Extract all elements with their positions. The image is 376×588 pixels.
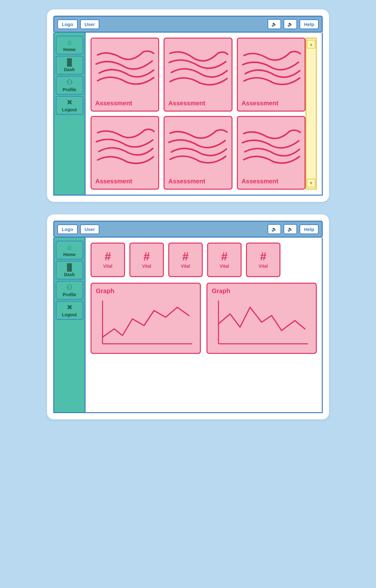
assessment-card-1[interactable]: Assessment — [91, 38, 159, 112]
sidebar2-label-logout: Logout — [62, 312, 77, 317]
vital-card-3[interactable]: # Vital — [168, 243, 203, 277]
vital-card-2[interactable]: # Vital — [129, 243, 164, 277]
scribble-6 — [241, 120, 301, 174]
vitals-row: # Vital # Vital # Vital # Vital # Vita — [91, 243, 317, 277]
sidebar-item-dash[interactable]: ▐▌ Dash — [56, 56, 83, 75]
sidebar-2: ⌂ Home ▐▌ Dash ⚇ Profile ✖ Logout — [54, 238, 86, 412]
vital-label-3: Vital — [181, 264, 190, 269]
main-content-1: Assessment Assessment — [86, 33, 322, 195]
main-content-2: # Vital # Vital # Vital # Vital # Vita — [86, 238, 322, 412]
help-button[interactable]: Help — [300, 19, 319, 29]
sidebar-label-logout: Logout — [62, 107, 77, 112]
vital-hash-2: # — [144, 251, 150, 262]
speaker2-button[interactable]: 🔉 — [284, 19, 297, 29]
user-button[interactable]: User — [80, 19, 99, 29]
vital-card-5[interactable]: # Vital — [246, 243, 280, 277]
sidebar-label-home: Home — [63, 47, 76, 52]
help-button-2[interactable]: Help — [300, 224, 319, 234]
vital-card-4[interactable]: # Vital — [207, 243, 242, 277]
home-icon: ⌂ — [67, 39, 71, 46]
assessment-label-5: Assessment — [168, 178, 205, 185]
scribble-1 — [95, 42, 155, 96]
scribble-3 — [241, 42, 301, 96]
graph-card-2[interactable]: Graph — [206, 283, 317, 354]
assessment-label-4: Assessment — [95, 178, 132, 185]
vital-hash-1: # — [105, 251, 111, 262]
speaker2-button-2[interactable]: 🔉 — [284, 224, 297, 234]
scribble-5 — [168, 120, 228, 174]
assessment-card-6[interactable]: Assessment — [237, 116, 306, 190]
scroll-down-button[interactable]: ▼ — [307, 179, 316, 187]
profile-icon-2: ⚇ — [66, 284, 73, 291]
sidebar-label-profile: Profile — [63, 87, 76, 92]
assessment-label-2: Assessment — [168, 100, 205, 107]
sidebar-item-profile[interactable]: ⚇ Profile — [56, 76, 83, 95]
user-button-2[interactable]: User — [80, 224, 99, 234]
screen1-card: Logo User 🔈 🔉 Help ⌂ Home ▐▌ Dash ⚇ Prof… — [47, 9, 329, 202]
scrollbar-1: ▲ ▼ — [306, 38, 317, 190]
vital-label-4: Vital — [220, 264, 229, 269]
assessment-grid: Assessment Assessment — [91, 38, 306, 190]
vital-hash-4: # — [221, 251, 227, 262]
assessment-card-4[interactable]: Assessment — [91, 116, 159, 190]
sidebar-item-home[interactable]: ⌂ Home — [56, 36, 83, 55]
graph-svg-2 — [212, 297, 311, 347]
dash-icon-2: ▐▌ — [65, 264, 74, 271]
speaker1-button-2[interactable]: 🔈 — [268, 224, 281, 234]
home-icon-2: ⌂ — [67, 244, 71, 251]
sidebar2-label-profile: Profile — [63, 292, 76, 297]
screen2-card: Logo User 🔈 🔉 Help ⌂ Home ▐▌ Dash ⚇ Prof… — [47, 214, 329, 419]
dash-icon: ▐▌ — [65, 59, 74, 66]
graph-card-1[interactable]: Graph — [91, 283, 201, 354]
assessment-label-1: Assessment — [95, 100, 132, 107]
profile-icon: ⚇ — [66, 79, 73, 86]
vital-hash-5: # — [260, 251, 266, 262]
vital-label-1: Vital — [103, 264, 112, 269]
assessment-label-6: Assessment — [242, 178, 279, 185]
sidebar2-label-dash: Dash — [64, 272, 75, 277]
body-area-2: ⌂ Home ▐▌ Dash ⚇ Profile ✖ Logout # — [53, 238, 323, 413]
scribble-4 — [95, 120, 155, 174]
speaker1-button[interactable]: 🔈 — [268, 19, 281, 29]
sidebar2-label-home: Home — [63, 252, 76, 257]
scroll-up-button[interactable]: ▲ — [307, 40, 316, 49]
sidebar-1: ⌂ Home ▐▌ Dash ⚇ Profile ✖ Logout — [54, 33, 86, 195]
navbar-1: Logo User 🔈 🔉 Help — [53, 16, 323, 33]
sidebar2-item-logout[interactable]: ✖ Logout — [56, 301, 83, 320]
vital-label-2: Vital — [142, 264, 151, 269]
logout-icon: ✖ — [67, 99, 72, 106]
assessment-label-3: Assessment — [242, 100, 279, 107]
graph-title-1: Graph — [96, 287, 196, 295]
assessment-card-5[interactable]: Assessment — [164, 116, 232, 190]
sidebar-label-dash: Dash — [64, 67, 75, 72]
logo-button[interactable]: Logo — [57, 19, 78, 29]
vital-card-1[interactable]: # Vital — [91, 243, 125, 277]
sidebar2-item-dash[interactable]: ▐▌ Dash — [56, 261, 83, 280]
assessment-card-3[interactable]: Assessment — [237, 38, 306, 112]
assessment-card-2[interactable]: Assessment — [164, 38, 232, 112]
vital-label-5: Vital — [258, 264, 268, 269]
graph-svg-1 — [96, 297, 196, 347]
vital-hash-3: # — [182, 251, 189, 262]
logo-button-2[interactable]: Logo — [57, 224, 78, 234]
scribble-2 — [168, 42, 228, 96]
sidebar2-item-profile[interactable]: ⚇ Profile — [56, 281, 83, 300]
sidebar2-item-home[interactable]: ⌂ Home — [56, 241, 83, 260]
navbar-2: Logo User 🔈 🔉 Help — [53, 221, 323, 238]
body-area-1: ⌂ Home ▐▌ Dash ⚇ Profile ✖ Logout — [53, 33, 323, 196]
sidebar-item-logout[interactable]: ✖ Logout — [56, 96, 83, 115]
graph-title-2: Graph — [212, 287, 311, 295]
logout-icon-2: ✖ — [67, 304, 72, 311]
graphs-row: Graph Graph — [91, 283, 317, 354]
